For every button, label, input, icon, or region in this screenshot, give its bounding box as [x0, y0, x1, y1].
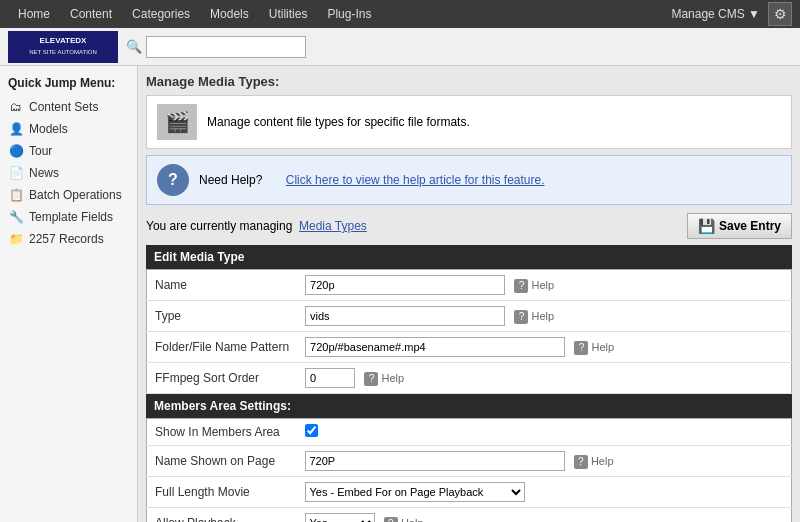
search-bar: 🔍 [126, 36, 306, 58]
manage-cms-button[interactable]: Manage CMS ▼ [671, 7, 760, 21]
folder-help: ? Help [574, 341, 614, 353]
playback-help-label: Help [401, 517, 424, 522]
help-circle-icon: ? [157, 164, 189, 196]
name-shown-input[interactable] [305, 451, 565, 471]
ffmpeg-help-label: Help [381, 372, 404, 384]
type-row: Type ? Help [147, 301, 792, 332]
nav-content[interactable]: Content [60, 0, 122, 28]
sidebar-item-label: 2257 Records [29, 232, 104, 246]
folder-help-label: Help [591, 341, 614, 353]
nav-plugins[interactable]: Plug-Ins [317, 0, 381, 28]
type-input[interactable] [305, 306, 505, 326]
name-shown-row: Name Shown on Page ? Help [147, 446, 792, 477]
records-icon: 📁 [8, 231, 24, 247]
name-input[interactable] [305, 275, 505, 295]
name-help: ? Help [514, 279, 554, 291]
models-icon: 👤 [8, 121, 24, 137]
sidebar-item-tour[interactable]: 🔵 Tour [0, 140, 137, 162]
type-label: Type [147, 301, 298, 332]
name-shown-question-icon[interactable]: ? [574, 455, 588, 469]
sidebar-item-label: Template Fields [29, 210, 113, 224]
type-help-label: Help [531, 310, 554, 322]
sidebar-item-content-sets[interactable]: 🗂 Content Sets [0, 96, 137, 118]
show-members-checkbox[interactable] [305, 424, 318, 437]
allow-playback-row: Allow Playback Yes ? Help [147, 508, 792, 523]
search-icon: 🔍 [126, 39, 142, 54]
content-area: Manage Media Types: 🎬 Manage content fil… [138, 66, 800, 522]
save-icon-top: 💾 [698, 218, 715, 234]
members-form-table: Show In Members Area Name Shown on Page … [146, 418, 792, 522]
playback-question-icon[interactable]: ? [384, 517, 398, 522]
folder-question-icon[interactable]: ? [574, 341, 588, 355]
folder-row: Folder/File Name Pattern ? Help [147, 332, 792, 363]
batch-icon: 📋 [8, 187, 24, 203]
ffmpeg-label: FFmpeg Sort Order [147, 363, 298, 394]
folder-label: Folder/File Name Pattern [147, 332, 298, 363]
sidebar-item-batch-operations[interactable]: 📋 Batch Operations [0, 184, 137, 206]
ffmpeg-input[interactable] [305, 368, 355, 388]
top-navigation: Home Content Categories Models Utilities… [0, 0, 800, 28]
show-members-label: Show In Members Area [147, 419, 297, 446]
ffmpeg-question-icon[interactable]: ? [364, 372, 378, 386]
full-length-row: Full Length Movie Yes - Embed For on Pag… [147, 477, 792, 508]
nav-home[interactable]: Home [8, 0, 60, 28]
edit-section-header: Edit Media Type [146, 245, 792, 269]
save-button-label-top: Save Entry [719, 219, 781, 233]
edit-form-table: Name ? Help Type ? Help [146, 269, 792, 394]
sidebar: Quick Jump Menu: 🗂 Content Sets 👤 Models… [0, 66, 138, 522]
sidebar-item-label: Models [29, 122, 68, 136]
help-text-before: Need Help? [199, 173, 262, 187]
ffmpeg-help: ? Help [364, 372, 404, 384]
nav-models[interactable]: Models [200, 0, 259, 28]
breadcrumb-link[interactable]: Media Types [299, 219, 367, 233]
name-shown-label: Name Shown on Page [147, 446, 297, 477]
sidebar-item-news[interactable]: 📄 News [0, 162, 137, 184]
full-length-label: Full Length Movie [147, 477, 297, 508]
template-icon: 🔧 [8, 209, 24, 225]
sidebar-item-label: Tour [29, 144, 52, 158]
folder-input[interactable] [305, 337, 565, 357]
name-shown-help: ? Help [574, 455, 614, 467]
name-label: Name [147, 270, 298, 301]
breadcrumb-row: You are currently managing Media Types 💾… [146, 213, 792, 239]
help-box: ? Need Help? Click here to view the help… [146, 155, 792, 205]
save-entry-button-top[interactable]: 💾 Save Entry [687, 213, 792, 239]
info-box: 🎬 Manage content file types for specific… [146, 95, 792, 149]
sidebar-item-label: Content Sets [29, 100, 98, 114]
search-input[interactable] [146, 36, 306, 58]
sidebar-item-label: Batch Operations [29, 188, 122, 202]
breadcrumb: You are currently managing Media Types [146, 219, 367, 233]
sidebar-item-models[interactable]: 👤 Models [0, 118, 137, 140]
news-icon: 📄 [8, 165, 24, 181]
nav-utilities[interactable]: Utilities [259, 0, 318, 28]
sidebar-item-2257-records[interactable]: 📁 2257 Records [0, 228, 137, 250]
tour-icon: 🔵 [8, 143, 24, 159]
page-section-title: Manage Media Types: [146, 74, 792, 89]
type-question-icon[interactable]: ? [514, 310, 528, 324]
breadcrumb-prefix: You are currently managing [146, 219, 292, 233]
sidebar-item-label: News [29, 166, 59, 180]
content-sets-icon: 🗂 [8, 99, 24, 115]
info-text: Manage content file types for specific f… [207, 115, 470, 129]
name-question-icon[interactable]: ? [514, 279, 528, 293]
site-logo: ELEVATEDXNET SITE AUTOMATION [8, 31, 118, 63]
name-row: Name ? Help [147, 270, 792, 301]
media-types-icon: 🎬 [157, 104, 197, 140]
sidebar-item-template-fields[interactable]: 🔧 Template Fields [0, 206, 137, 228]
members-section-header: Members Area Settings: [146, 394, 792, 418]
name-shown-help-label: Help [591, 455, 614, 467]
show-members-row: Show In Members Area [147, 419, 792, 446]
main-layout: Quick Jump Menu: 🗂 Content Sets 👤 Models… [0, 66, 800, 522]
nav-categories[interactable]: Categories [122, 0, 200, 28]
sidebar-title: Quick Jump Menu: [0, 72, 137, 96]
settings-icon[interactable]: ⚙ [768, 2, 792, 26]
logo-bar: ELEVATEDXNET SITE AUTOMATION 🔍 [0, 28, 800, 66]
allow-playback-select[interactable]: Yes [305, 513, 375, 522]
ffmpeg-row: FFmpeg Sort Order ? Help [147, 363, 792, 394]
full-length-select[interactable]: Yes - Embed For on Page Playback [305, 482, 525, 502]
playback-help: ? Help [384, 517, 424, 522]
help-link[interactable]: Click here to view the help article for … [286, 173, 545, 187]
name-help-label: Help [531, 279, 554, 291]
type-help: ? Help [514, 310, 554, 322]
allow-playback-label: Allow Playback [147, 508, 297, 523]
